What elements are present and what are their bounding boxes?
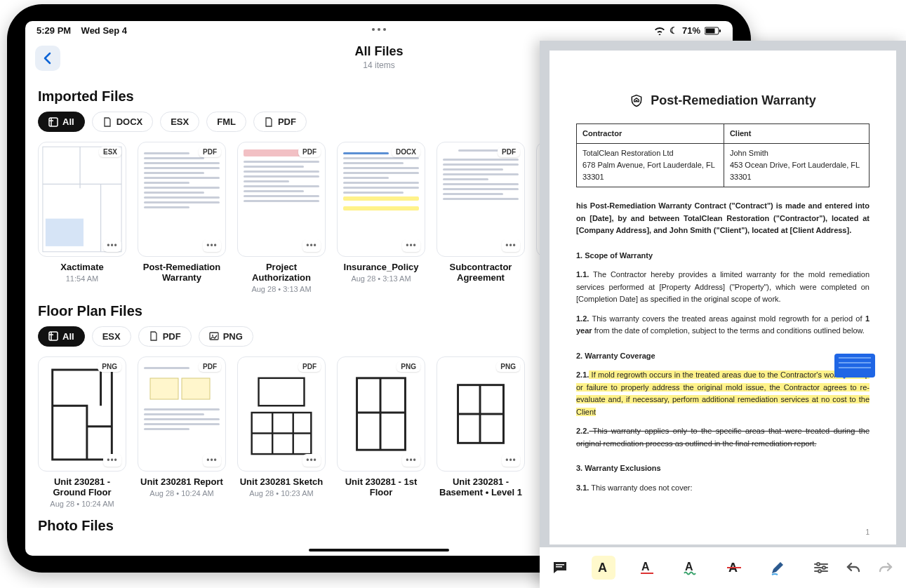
filter-pdf[interactable]: PDF [253, 112, 307, 132]
svg-point-26 [818, 570, 821, 573]
file-badge: PDF [199, 361, 221, 372]
svg-rect-10 [150, 378, 178, 399]
file-thumbnail[interactable]: PNG ••• [38, 356, 126, 472]
contractor-name: TotalClean Restoration Ltd [582, 147, 718, 159]
highlighted-text[interactable]: If mold regrowth occurs in the treated a… [576, 370, 870, 416]
filter-pdf[interactable]: PDF [138, 326, 192, 347]
file-card[interactable]: ESX ••• Xactimate 11:54 AM [38, 142, 126, 293]
filter-all[interactable]: All [38, 112, 85, 132]
status-date: Wed Sep 4 [81, 25, 128, 36]
filter-all-label: All [62, 331, 74, 342]
image-icon [209, 331, 219, 341]
client-name: John Smith [730, 147, 863, 159]
highlight-tool[interactable]: A [592, 556, 615, 580]
file-thumbnail[interactable]: PDF ••• [138, 142, 226, 257]
filter-esx-label: ESX [171, 116, 189, 127]
file-title: Project Authorization [237, 262, 326, 283]
file-card[interactable]: PDF ••• Subcontractor Agreement [437, 142, 525, 293]
file-overflow[interactable]: ••• [502, 239, 520, 252]
status-left: 5:29 PM Wed Sep 4 [36, 25, 127, 36]
file-title: Unit 230281 - Ground Floor [38, 477, 126, 498]
filter-docx-label: DOCX [116, 116, 143, 127]
underline-tool[interactable]: A [635, 556, 659, 580]
comment-tool[interactable] [548, 556, 572, 580]
file-overflow[interactable]: ••• [203, 454, 221, 467]
file-thumbnail[interactable]: PDF ••• [437, 142, 525, 257]
file-title: Subcontractor Agreement [437, 262, 525, 283]
client-address: 453 Ocean Drive, Fort Lauderdale, FL 333… [730, 159, 863, 183]
home-indicator[interactable] [309, 549, 449, 552]
file-subtitle: Aug 28 • 10:24 AM [138, 489, 226, 497]
filter-all[interactable]: All [38, 326, 85, 347]
file-card[interactable]: PDF ••• Project Authorization Aug 28 • 3… [237, 142, 326, 293]
file-card[interactable]: DOCX ••• Insurance_Policy Aug 28 • 3:13 … [337, 142, 425, 293]
info-table: Contractor Client TotalClean Restoration… [576, 123, 870, 187]
file-overflow[interactable]: ••• [103, 454, 121, 467]
svg-rect-17 [556, 566, 562, 568]
filter-fml[interactable]: FML [206, 112, 246, 132]
annotation-toolbar: A A A A [540, 547, 906, 588]
strikethrough-text[interactable]: This warranty applies only to the specif… [576, 427, 870, 448]
svg-point-25 [822, 566, 825, 569]
file-thumbnail[interactable]: PDF ••• [237, 356, 326, 472]
svg-text:A: A [641, 561, 650, 573]
clause-1-2: 1.2. This warranty covers the treated ar… [576, 313, 870, 338]
redo-tool[interactable] [874, 556, 898, 580]
document-panel: Post-Remediation Warranty Contractor Cli… [540, 41, 906, 588]
file-overflow[interactable]: ••• [302, 239, 321, 252]
status-time: 5:29 PM [36, 25, 71, 36]
svg-rect-1 [706, 28, 715, 33]
file-badge: PDF [298, 147, 321, 157]
file-overflow[interactable]: ••• [302, 454, 321, 467]
filter-png[interactable]: PNG [199, 326, 253, 347]
file-overflow[interactable]: ••• [502, 454, 520, 467]
filter-docx[interactable]: DOCX [92, 112, 154, 132]
file-card[interactable]: PDF ••• Post-Remediation Warranty [138, 142, 226, 293]
file-subtitle: 11:54 AM [38, 274, 126, 283]
file-overflow[interactable]: ••• [103, 239, 121, 252]
file-thumbnail[interactable]: PDF ••• [138, 356, 226, 472]
strikethrough-tool[interactable]: A [722, 556, 746, 580]
file-title: Unit 230281 - 1st Floor [337, 477, 425, 498]
svg-text:A: A [685, 561, 693, 573]
file-thumbnail[interactable]: PNG ••• [337, 356, 425, 472]
file-thumbnail[interactable]: PDF ••• [237, 142, 326, 257]
file-card[interactable]: PNG ••• Unit 230281 - 1st Floor [337, 356, 425, 508]
file-card[interactable]: PNG ••• Unit 230281 - Ground Floor Aug 2… [38, 356, 126, 508]
svg-rect-5 [46, 219, 84, 246]
file-card[interactable]: PDF ••• Unit 230281 Report Aug 28 • 10:2… [138, 356, 226, 508]
file-icon [102, 117, 112, 127]
shield-home-icon [629, 94, 644, 108]
draw-tool[interactable] [766, 556, 790, 580]
squiggly-tool[interactable]: A [679, 556, 702, 580]
file-overflow[interactable]: ••• [402, 454, 420, 467]
file-thumbnail[interactable]: PNG ••• [437, 356, 525, 472]
moon-icon: ☾ [669, 25, 678, 36]
file-title: Unit 230281 Sketch [237, 477, 326, 488]
file-badge: PNG [98, 361, 121, 372]
filter-esx[interactable]: ESX [92, 326, 131, 347]
file-card[interactable]: PNG ••• Unit 230281 - Basement • Level 1 [437, 356, 525, 508]
file-thumbnail[interactable]: ESX ••• [38, 142, 126, 257]
filter-esx[interactable]: ESX [160, 112, 199, 132]
comment-marker-icon[interactable] [834, 354, 875, 377]
file-badge: PNG [397, 361, 420, 372]
svg-text:A: A [598, 561, 607, 575]
filter-fml-label: FML [217, 116, 236, 127]
clause-3-1: 3.1. This warranty does not cover: [576, 482, 870, 495]
file-subtitle: Aug 28 • 3:13 AM [337, 274, 425, 283]
table-header-contractor: Contractor [577, 123, 724, 143]
settings-tool[interactable] [809, 556, 833, 580]
document-page[interactable]: Post-Remediation Warranty Contractor Cli… [549, 51, 896, 544]
file-title: Unit 230281 - Basement • Level 1 [437, 477, 525, 498]
back-button[interactable] [35, 46, 60, 71]
file-card[interactable]: PDF ••• Unit 230281 Sketch Aug 28 • 10:2… [237, 356, 326, 508]
file-overflow[interactable]: ••• [203, 239, 221, 252]
filter-all-label: All [62, 116, 74, 127]
file-overflow[interactable]: ••• [402, 239, 420, 252]
wifi-icon [654, 27, 665, 35]
svg-rect-6 [49, 332, 58, 340]
file-thumbnail[interactable]: DOCX ••• [337, 142, 425, 257]
svg-point-24 [817, 563, 820, 566]
undo-tool[interactable] [841, 556, 865, 580]
